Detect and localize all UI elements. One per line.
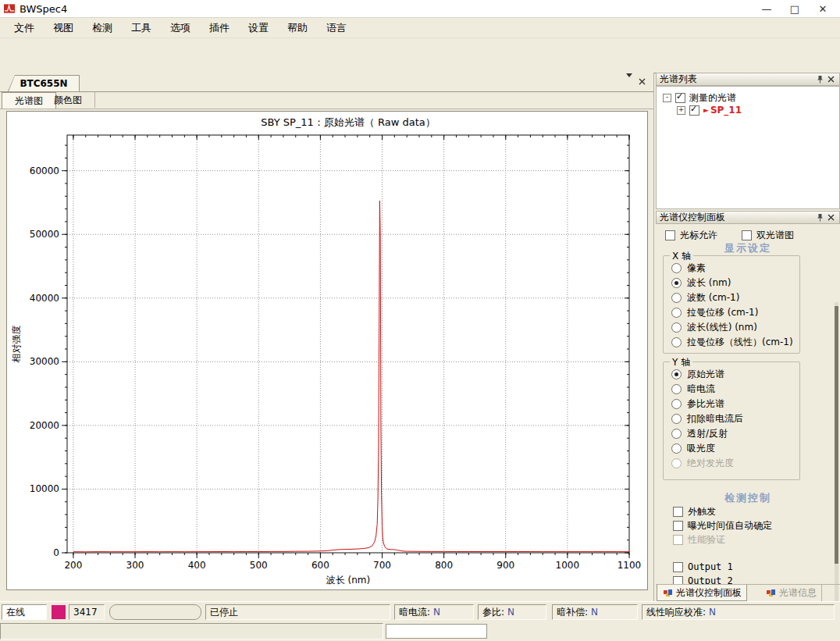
cursor-enable-checkbox[interactable]: 光标允许 — [665, 229, 717, 242]
menu-view[interactable]: 视图 — [44, 18, 83, 38]
tree-item-measured-spectra[interactable]: - 测量的光谱 — [663, 91, 736, 105]
radio-y-raw[interactable]: 原始光谱 — [671, 368, 724, 381]
output1-checkbox[interactable]: Output 1 — [673, 561, 733, 572]
dock-tab-strip: 光谱仪控制面板 光谱信息 — [656, 584, 840, 602]
scrollbar-thumb[interactable] — [835, 306, 838, 564]
status-dark-current: 暗电流:N — [394, 604, 474, 620]
radio-y-dark-subtracted[interactable]: 扣除暗电流后 — [671, 412, 743, 426]
tab-color-view[interactable]: 颜色图 — [41, 92, 95, 108]
radio-x-raman-shift[interactable]: 拉曼位移 (cm-1) — [671, 306, 758, 319]
svg-text:60000: 60000 — [30, 166, 59, 176]
menu-file[interactable]: 文件 — [5, 18, 44, 38]
menu-bar: 文件 视图 检测 工具 选项 插件 设置 帮助 语言 — [0, 18, 840, 38]
tab-btc655n[interactable]: BTC655N — [8, 75, 80, 91]
radio-icon[interactable] — [671, 443, 682, 454]
auto-exposure-checkbox[interactable]: 曝光时间值自动确定 — [673, 519, 772, 532]
radio-icon[interactable] — [671, 278, 682, 288]
expand-icon[interactable]: + — [677, 106, 685, 115]
pin-icon[interactable] — [814, 212, 825, 223]
svg-text:500: 500 — [250, 560, 268, 571]
app-window: BWSpec4 — □ ✕ 文件 视图 检测 工具 选项 插件 设置 帮助 语言… — [0, 0, 840, 641]
checkbox-icon[interactable] — [673, 507, 683, 517]
radio-label: 吸光度 — [687, 442, 715, 455]
close-button[interactable]: ✕ — [809, 0, 837, 17]
tab-control-panel[interactable]: 光谱仪控制面板 — [657, 585, 747, 601]
radio-icon[interactable] — [671, 414, 682, 424]
menu-help[interactable]: 帮助 — [278, 18, 317, 38]
y-axis-group: Y 轴 原始光谱 暗电流 参比光谱 扣除暗电流后 透射/反射 吸光度 绝对发光度 — [663, 361, 800, 480]
radio-icon[interactable] — [671, 337, 682, 347]
tab-spectrum-info[interactable]: 光谱信息 — [760, 585, 822, 601]
control-panel-header: 光谱仪控制面板 — [656, 211, 840, 224]
detect-control-heading: 检测控制 — [656, 491, 840, 505]
menu-plugins[interactable]: 插件 — [200, 18, 239, 38]
status-online: 在线 — [2, 604, 47, 620]
spectrum-checkbox[interactable] — [675, 93, 685, 103]
radio-icon[interactable] — [671, 322, 682, 333]
tree-item-label[interactable]: SP_11 — [710, 105, 742, 116]
menu-detect[interactable]: 检测 — [83, 18, 122, 38]
radio-icon[interactable] — [671, 429, 682, 439]
svg-text:900: 900 — [497, 560, 514, 571]
radio-icon — [671, 458, 682, 468]
checkbox-icon[interactable] — [742, 230, 752, 240]
svg-text:相对强度: 相对强度 — [11, 326, 22, 363]
radio-y-dark[interactable]: 暗电流 — [671, 383, 715, 396]
radio-label: 透射/反射 — [687, 427, 728, 440]
maximize-button[interactable]: □ — [781, 0, 809, 17]
checkbox-icon[interactable] — [673, 521, 683, 531]
tab-close-icon[interactable] — [639, 77, 646, 87]
tree-item-label[interactable]: 测量的光谱 — [689, 91, 736, 105]
checkbox-icon[interactable] — [673, 562, 683, 572]
menu-tools[interactable]: 工具 — [122, 18, 161, 38]
radio-y-reference[interactable]: 参比光谱 — [671, 397, 724, 411]
checkbox-label: Output 1 — [688, 561, 733, 572]
minimize-button[interactable]: — — [753, 0, 781, 17]
view-tab-strip: 光谱图 颜色图 — [0, 92, 653, 109]
status2-input — [386, 624, 487, 639]
tab-label: BTC655N — [20, 78, 67, 89]
radio-x-wavelength-linear[interactable]: 波长(线性) (nm) — [671, 321, 757, 334]
radio-icon[interactable] — [671, 399, 682, 409]
close-panel-icon[interactable] — [825, 212, 836, 223]
status-progress — [109, 604, 201, 620]
dual-spectrum-checkbox[interactable]: 双光谱图 — [742, 229, 794, 242]
close-panel-icon[interactable] — [825, 74, 836, 85]
radio-icon[interactable] — [671, 293, 682, 303]
svg-text:SBY SP_11：原始光谱（ Raw data）: SBY SP_11：原始光谱（ Raw data） — [261, 116, 436, 128]
menu-settings[interactable]: 设置 — [239, 18, 278, 38]
radio-y-transmission[interactable]: 透射/反射 — [671, 427, 728, 440]
external-trigger-checkbox[interactable]: 外触发 — [673, 505, 716, 518]
tab-label: 光谱图 — [15, 94, 43, 108]
app-icon — [4, 3, 15, 14]
radio-x-raman-linear[interactable]: 拉曼位移（线性）(cm-1) — [671, 336, 793, 349]
svg-text:800: 800 — [435, 560, 453, 571]
radio-icon[interactable] — [671, 263, 682, 273]
checkbox-label: 性能验证 — [688, 533, 725, 547]
radio-icon[interactable] — [671, 369, 682, 379]
tree-item-sp11[interactable]: + ► SP_11 — [677, 105, 742, 116]
pin-icon[interactable] — [814, 74, 825, 85]
radio-icon[interactable] — [671, 384, 682, 394]
window-title: BWSpec4 — [20, 3, 67, 15]
collapse-icon[interactable]: - — [663, 94, 671, 102]
performance-validation-checkbox: 性能验证 — [673, 533, 725, 547]
radio-label: 拉曼位移 (cm-1) — [687, 306, 758, 319]
radio-x-pixel[interactable]: 像素 — [671, 262, 706, 275]
svg-text:300: 300 — [126, 560, 144, 571]
spectrum-checkbox[interactable] — [689, 105, 699, 116]
radio-x-wavenumber[interactable]: 波数 (cm-1) — [671, 291, 739, 304]
panel-icon — [662, 587, 673, 598]
status-color-indicator — [52, 605, 66, 619]
status-dark-comp: 暗补偿:N — [552, 604, 638, 620]
menu-language[interactable]: 语言 — [317, 18, 356, 38]
current-marker-icon: ► — [703, 106, 709, 114]
menu-options[interactable]: 选项 — [161, 18, 200, 38]
checkbox-icon[interactable] — [665, 230, 675, 240]
radio-label: 波数 (cm-1) — [687, 291, 739, 304]
radio-x-wavelength[interactable]: 波长 (nm) — [671, 276, 731, 290]
tab-list-dropdown-icon[interactable] — [626, 77, 632, 87]
radio-y-absorbance[interactable]: 吸光度 — [671, 442, 715, 455]
radio-label: 绝对发光度 — [687, 457, 734, 470]
radio-icon[interactable] — [671, 308, 682, 318]
